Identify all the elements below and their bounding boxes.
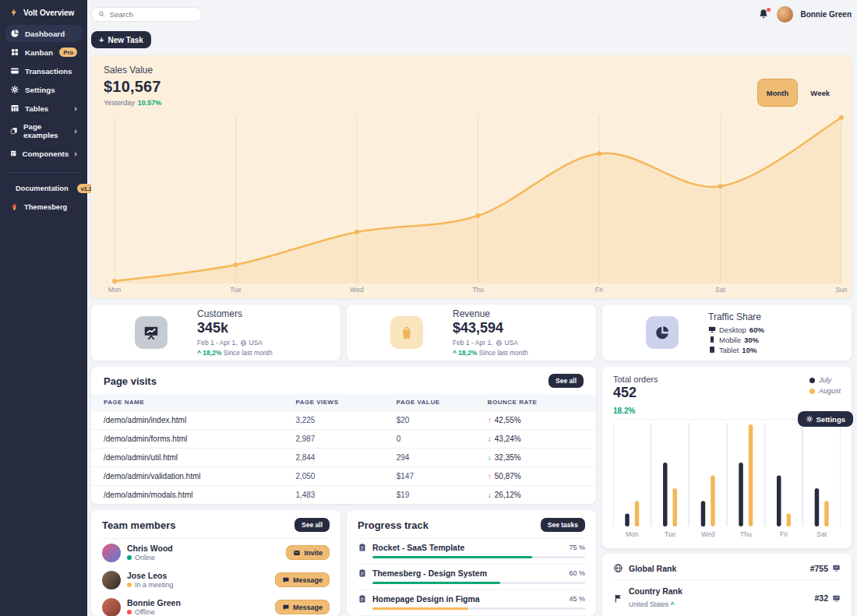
team-members-card: Team members See all Chris Wood Online I… bbox=[91, 510, 340, 616]
sidebar-item-settings[interactable]: Settings bbox=[5, 81, 82, 98]
bounce-arrow-icon: ↓ bbox=[488, 491, 492, 499]
sidebar-item-documentation[interactable]: Documentation v1.3 bbox=[5, 180, 82, 197]
notification-dot bbox=[767, 8, 771, 12]
message-button[interactable]: Message bbox=[275, 600, 330, 614]
user-avatar[interactable] bbox=[777, 6, 793, 23]
desktop-icon bbox=[708, 326, 716, 333]
chevron-right-icon: › bbox=[74, 128, 77, 134]
sidebar-item-dashboard[interactable]: Dashboard bbox=[5, 25, 82, 42]
country-rank-sub: United States ^ bbox=[629, 600, 674, 608]
table-row: /demo/admin/forms.html2,9870 ↓43,24% bbox=[91, 429, 596, 448]
table-row: /demo/admin/index.html3,225$20 ↑42,55% bbox=[91, 410, 596, 429]
sidebar-brand[interactable]: Volt Overview bbox=[0, 0, 87, 24]
sidebar-item-components[interactable]: Components › bbox=[5, 145, 82, 162]
chat-bubble-icon bbox=[282, 576, 290, 584]
period-toggle: Month Week bbox=[757, 79, 839, 107]
chat-bubble-icon bbox=[282, 604, 290, 611]
notifications-button[interactable] bbox=[758, 9, 770, 20]
mobile-icon bbox=[708, 336, 716, 343]
invite-button[interactable]: Invite bbox=[286, 545, 330, 560]
topbar: Bonnie Green bbox=[91, 4, 852, 24]
search-input[interactable] bbox=[110, 10, 195, 19]
region-label: USA bbox=[249, 339, 263, 347]
sidebar-item-label: Settings bbox=[25, 86, 55, 94]
sidebar-item-transactions[interactable]: Transactions bbox=[5, 62, 82, 79]
svg-text:Wed: Wed bbox=[350, 286, 364, 294]
search-box bbox=[91, 7, 202, 22]
customers-card: Customers 345k Feb 1 - Apr 1, USA ^ 18,2… bbox=[91, 304, 340, 361]
sidebar-item-label: Kanban bbox=[25, 48, 53, 57]
page-visits-card: Page visits See all PAGE NAMEPAGE VIEWSP… bbox=[91, 367, 596, 504]
bolt-icon bbox=[9, 8, 19, 17]
rank-chart-icon bbox=[832, 594, 841, 603]
customers-icon-square bbox=[135, 316, 168, 349]
stat-subtitle: Feb 1 - Apr 1, USA bbox=[197, 339, 273, 347]
team-members-title: Team members bbox=[102, 519, 175, 531]
sales-value-card: Sales Value $10,567 Yesterday10.57% Mont… bbox=[91, 55, 852, 298]
legend-dot bbox=[809, 378, 815, 383]
new-task-button[interactable]: + New Task bbox=[91, 31, 151, 48]
svg-text:Tue: Tue bbox=[665, 530, 676, 538]
globe-icon bbox=[496, 340, 503, 347]
sidebar-item-tables[interactable]: Tables › bbox=[5, 100, 82, 117]
stat-title: Customers bbox=[197, 308, 273, 319]
svg-text:Sat: Sat bbox=[816, 530, 827, 538]
see-all-button[interactable]: See all bbox=[294, 518, 330, 532]
rank-value: #32 bbox=[814, 593, 828, 603]
week-toggle-button[interactable]: Week bbox=[801, 79, 839, 107]
progress-bar bbox=[372, 582, 585, 584]
month-toggle-button[interactable]: Month bbox=[757, 79, 799, 107]
sales-change-value: 10.57% bbox=[138, 99, 162, 107]
sidebar-item-label: Themesberg bbox=[24, 203, 67, 211]
table-row: /demo/admin/validation.html2,050$147 ↑50… bbox=[91, 466, 596, 485]
traffic-row-mobile: Mobile30% bbox=[708, 336, 764, 344]
sidebar-divider bbox=[9, 172, 78, 173]
stat-change: ^ 18,2% Since last month bbox=[453, 349, 528, 357]
svg-text:Fri: Fri bbox=[595, 286, 603, 294]
legend-dot bbox=[809, 389, 815, 394]
see-tasks-button[interactable]: See tasks bbox=[541, 518, 585, 532]
svg-text:Thu: Thu bbox=[740, 530, 752, 538]
list-item: Chris Wood Online Invite bbox=[102, 539, 330, 566]
pie-chart-icon bbox=[10, 29, 19, 38]
bottom-grid: Page visits See all PAGE NAMEPAGE VIEWSP… bbox=[91, 367, 852, 616]
progress-track-card: Progress track See tasks Rocket - SaaS T… bbox=[347, 510, 596, 616]
sidebar: Volt Overview Dashboard Kanban Pro Trans… bbox=[0, 0, 87, 616]
sidebar-item-label: Tables bbox=[25, 104, 48, 113]
sales-card-header: Sales Value $10,567 Yesterday10.57% Mont… bbox=[91, 55, 852, 107]
credit-card-icon bbox=[10, 66, 19, 76]
sidebar-item-label: Transactions bbox=[25, 67, 72, 76]
chart-settings-button[interactable]: Settings bbox=[798, 411, 853, 427]
kanban-grid-icon bbox=[10, 48, 19, 57]
avatar bbox=[102, 598, 121, 616]
stat-change: ^ 18,2% Since last month bbox=[197, 349, 273, 357]
search-icon bbox=[98, 10, 105, 18]
stat-value: 345k bbox=[197, 320, 273, 336]
sidebar-item-page-examples[interactable]: Page examples › bbox=[5, 118, 82, 143]
volt-dashboard: Volt Overview Dashboard Kanban Pro Trans… bbox=[0, 0, 857, 616]
components-icon bbox=[10, 149, 16, 158]
user-name[interactable]: Bonnie Green bbox=[800, 10, 852, 19]
bounce-arrow-icon: ↓ bbox=[488, 453, 492, 462]
sidebar-item-themesberg[interactable]: Themesberg bbox=[5, 199, 82, 215]
chevron-right-icon: › bbox=[74, 150, 77, 157]
clipboard-icon bbox=[358, 594, 367, 604]
date-range: Feb 1 - Apr 1, bbox=[453, 339, 493, 347]
sidebar-item-kanban[interactable]: Kanban Pro bbox=[5, 44, 82, 61]
svg-text:Mon: Mon bbox=[108, 286, 122, 294]
pro-badge: Pro bbox=[59, 48, 77, 57]
list-item: Jose Leos In a meeting Message bbox=[102, 566, 330, 593]
bounce-arrow-icon: ↑ bbox=[488, 472, 492, 480]
revenue-card: Revenue $43,594 Feb 1 - Apr 1, USA ^ 18,… bbox=[347, 304, 596, 361]
new-task-label: New Task bbox=[108, 36, 143, 44]
message-button[interactable]: Message bbox=[275, 572, 330, 587]
sidebar-item-label: Documentation bbox=[16, 185, 69, 192]
caret-up-icon: ^ bbox=[670, 600, 674, 608]
see-all-button[interactable]: See all bbox=[548, 374, 584, 388]
sales-line-chart: MonTueWedThuFriSatSun bbox=[91, 111, 852, 298]
gear-icon bbox=[806, 415, 813, 423]
table-icon bbox=[10, 104, 19, 113]
page-visits-title: Page visits bbox=[104, 375, 157, 387]
orders-bar-chart: MonTueWedThuFriSat bbox=[613, 421, 841, 544]
traffic-share-card: Traffic Share Desktop60% Mobile30% Ta bbox=[602, 304, 852, 361]
